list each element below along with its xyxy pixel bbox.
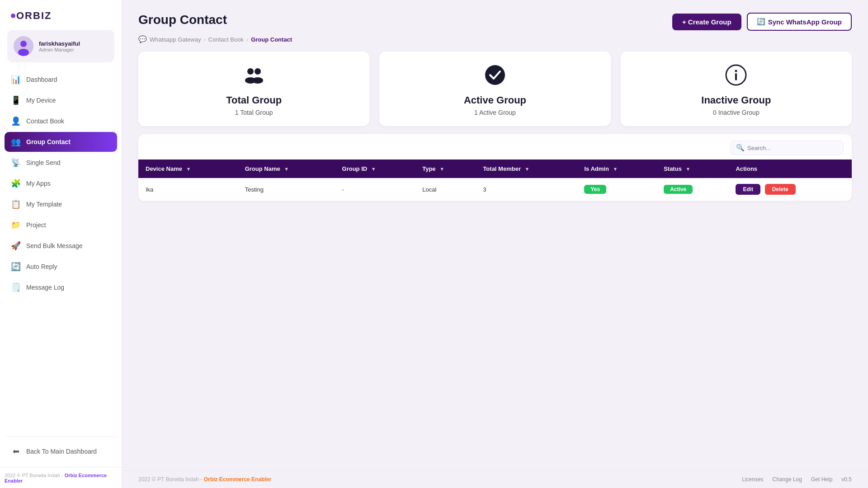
sync-icon: 🔄 (757, 18, 765, 26)
top-header: Group Contact + Create Group 🔄 Sync What… (122, 0, 868, 31)
dashboard-icon: 📊 (11, 75, 21, 84)
filter-icon[interactable]: ▼ (439, 166, 444, 172)
filter-icon[interactable]: ▼ (186, 166, 191, 172)
svg-point-6 (252, 77, 263, 84)
active-group-icon (484, 64, 506, 90)
version-label: v0.5 (841, 476, 852, 483)
filter-icon[interactable]: ▼ (371, 166, 376, 172)
footer-brand-name: Orbiz Ecommerce Enabler (204, 476, 271, 483)
project-icon: 📁 (11, 220, 21, 230)
stat-card-active-group: Active Group 1 Active Group (379, 52, 610, 126)
cell-actions: Edit Delete (728, 178, 852, 201)
sidebar-item-label: Auto Reply (26, 263, 57, 270)
col-is-admin: Is Admin ▼ (577, 160, 656, 178)
svg-point-3 (247, 68, 254, 75)
logo-dot (11, 14, 15, 18)
log-icon: 🗒️ (11, 282, 21, 292)
sidebar-item-dashboard[interactable]: 📊 Dashboard (5, 70, 117, 89)
inactive-group-count: 0 Inactive Group (713, 109, 760, 116)
sidebar-item-label: My Apps (26, 180, 51, 187)
sidebar-item-auto-reply[interactable]: 🔄 Auto Reply (5, 257, 117, 277)
sidebar-item-my-apps[interactable]: 🧩 My Apps (5, 174, 117, 193)
sidebar-item-label: Group Contact (26, 138, 71, 145)
svg-point-1 (20, 41, 27, 47)
svg-point-10 (735, 70, 737, 72)
sidebar-item-single-send[interactable]: 📡 Single Send (5, 153, 117, 173)
template-icon: 📋 (11, 199, 21, 209)
changelog-link[interactable]: Change Log (773, 476, 802, 483)
search-wrapper: 🔍 (730, 141, 844, 155)
main-content: Group Contact + Create Group 🔄 Sync What… (122, 0, 868, 488)
status-badge: Active (664, 185, 693, 194)
filter-icon[interactable]: ▼ (685, 166, 690, 172)
svg-point-7 (485, 65, 505, 85)
table-section: 🔍 Device Name ▼ Group Name ▼ Group ID (138, 134, 852, 201)
create-group-button[interactable]: + Create Group (672, 14, 741, 30)
sidebar-item-my-template[interactable]: 📋 My Template (5, 194, 117, 214)
sidebar-item-label: Send Bulk Message (26, 242, 83, 249)
search-icon: 🔍 (736, 144, 745, 152)
username: fariskhasyaiful (39, 40, 80, 47)
filter-icon[interactable]: ▼ (525, 166, 530, 172)
header-actions: + Create Group 🔄 Sync WhatsApp Group (672, 13, 852, 31)
sidebar-item-project[interactable]: 📁 Project (5, 215, 117, 235)
cell-device-name: Ika (138, 178, 238, 201)
is-admin-badge: Yes (584, 185, 606, 194)
table-row: Ika Testing - Local 3 Yes Active Edit De… (138, 178, 852, 201)
apps-icon: 🧩 (11, 178, 21, 188)
stat-card-total-group: Total Group 1 Total Group (138, 52, 369, 126)
stat-card-inactive-group: Inactive Group 0 Inactive Group (621, 52, 852, 126)
get-help-link[interactable]: Get Help (811, 476, 832, 483)
auto-reply-icon: 🔄 (11, 262, 21, 272)
back-to-main-dashboard[interactable]: ⬅ Back To Main Dashboard (5, 441, 117, 461)
table-body: Ika Testing - Local 3 Yes Active Edit De… (138, 178, 852, 201)
breadcrumb-sep-1: › (203, 36, 205, 43)
licenses-link[interactable]: Licenses (742, 476, 763, 483)
edit-button[interactable]: Edit (736, 184, 760, 195)
sidebar-item-message-log[interactable]: 🗒️ Message Log (5, 277, 117, 297)
sidebar-item-group-contact[interactable]: 👥 Group Contact (5, 132, 117, 152)
group-table: Device Name ▼ Group Name ▼ Group ID ▼ Ty… (138, 160, 852, 201)
col-status: Status ▼ (656, 160, 728, 178)
breadcrumb-current: Group Contact (251, 36, 292, 43)
avatar-icon (14, 36, 33, 56)
total-group-title: Total Group (226, 94, 282, 106)
inactive-group-icon (725, 64, 747, 90)
sidebar-footer: 2022 © PT Borwita Indah - Orbiz Ecommerc… (0, 467, 122, 488)
send-icon: 📡 (11, 158, 21, 168)
user-info: fariskhasyaiful Admin Manager (39, 40, 80, 52)
breadcrumb-contact-book[interactable]: Contact Book (208, 36, 244, 43)
user-card: fariskhasyaiful Admin Manager (7, 30, 114, 62)
breadcrumb: 💬 Whatsapp Gateway › Contact Book › Grou… (122, 31, 868, 43)
col-total-member: Total Member ▼ (476, 160, 577, 178)
sync-label: Sync WhatsApp Group (768, 18, 842, 26)
filter-icon[interactable]: ▼ (284, 166, 289, 172)
cell-group-id: - (335, 178, 415, 201)
back-icon: ⬅ (11, 446, 21, 456)
people-icon (243, 64, 265, 86)
info-circle-icon (725, 64, 747, 86)
breadcrumb-whatsapp[interactable]: Whatsapp Gateway (150, 36, 201, 43)
sync-whatsapp-button[interactable]: 🔄 Sync WhatsApp Group (747, 13, 852, 31)
cell-is-admin: Yes (577, 178, 656, 201)
col-type: Type ▼ (415, 160, 476, 178)
avatar (14, 36, 33, 56)
delete-button[interactable]: Delete (765, 184, 796, 195)
col-group-name: Group Name ▼ (238, 160, 335, 178)
cell-type: Local (415, 178, 476, 201)
logo-area: ORBIZ (0, 0, 122, 30)
main-footer: 2022 © PT Borwita Indah - Orbiz Ecommerc… (122, 470, 868, 488)
col-group-id: Group ID ▼ (335, 160, 415, 178)
breadcrumb-sep-2: › (246, 36, 248, 43)
footer-copy: 2022 © PT Borwita Indah - (5, 473, 65, 478)
footer-copy-text: 2022 © PT Borwita Indah - (138, 476, 204, 483)
active-group-title: Active Group (464, 94, 526, 106)
logo-text: ORBIZ (16, 10, 52, 22)
page-title: Group Contact (138, 13, 227, 27)
sidebar-item-my-device[interactable]: 📱 My Device (5, 90, 117, 110)
filter-icon[interactable]: ▼ (613, 166, 618, 172)
sidebar-item-contact-book[interactable]: 👤 Contact Book (5, 111, 117, 131)
sidebar-item-send-bulk-message[interactable]: 🚀 Send Bulk Message (5, 236, 117, 256)
search-input[interactable] (747, 145, 838, 151)
nav-divider (6, 436, 115, 437)
